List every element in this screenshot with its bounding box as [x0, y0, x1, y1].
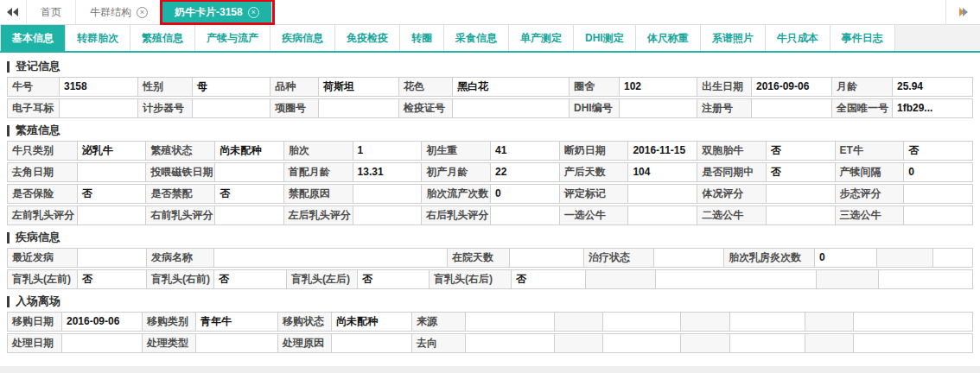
module-tab-1[interactable]: 基本信息	[0, 25, 66, 51]
field-label: 产后天数	[559, 163, 628, 181]
module-tab-bar: 基本信息转群胎次繁殖信息产犊与流产疾病信息免疫检疫转圈采食信息单产测定DHI测定…	[0, 25, 980, 53]
field-label	[680, 313, 729, 331]
section-title: 登记信息	[7, 60, 973, 73]
field-label: 左后乳头评分	[283, 206, 353, 224]
section-title-bar-icon	[7, 232, 10, 243]
field-label: 在院天数	[447, 249, 509, 267]
module-tab-9[interactable]: 单产测定	[509, 25, 574, 51]
field-value	[853, 313, 972, 331]
module-tab-6[interactable]: 免疫检疫	[335, 25, 400, 51]
field-label: 花色	[398, 78, 452, 96]
field-label: 电子耳标	[8, 99, 59, 117]
field-value	[729, 313, 805, 331]
module-tab-10[interactable]: DHI测定	[574, 25, 636, 51]
field-label: 右后乳头评分	[421, 206, 490, 224]
field-value	[452, 99, 569, 117]
window-tab-label: 奶牛卡片-3158	[175, 5, 243, 20]
field-label: 盲乳头(右后)	[429, 270, 511, 288]
window-tab-2[interactable]: 牛群结构×	[76, 0, 162, 24]
field-label: 品种	[270, 78, 318, 96]
field-value: 否	[77, 185, 146, 203]
module-tab-11[interactable]: 体尺称重	[636, 25, 701, 51]
page-background	[0, 366, 980, 373]
field-value: 1	[353, 142, 422, 160]
field-label: 移购类别	[142, 313, 195, 331]
module-tab-7[interactable]: 转圈	[400, 25, 444, 51]
field-label: 盲乳头(右前)	[146, 270, 213, 288]
table-row: 去角日期投喂磁铁日期首配月龄13.31初产月龄22产后天数104是否同期中否产犊…	[7, 162, 973, 182]
section-3: 疾病信息最近发病发病名称在院天数治疗状态胎次乳房炎次数0盲乳头(左前)否盲乳头(…	[7, 231, 973, 289]
field-value	[903, 206, 972, 224]
field-value	[627, 185, 697, 203]
field-label: 计步器号	[137, 99, 192, 117]
field-value: 青年牛	[195, 313, 277, 331]
table-row: 移购日期2016-09-06移购类别青年牛移购状态尚未配种来源	[7, 312, 973, 332]
table-row: 电子耳标计步器号项圈号检疫证号DHI编号注册号全国唯一号1fb29...	[7, 98, 973, 118]
field-label: 圈舍	[569, 78, 619, 96]
module-tab-8[interactable]: 采食信息	[444, 25, 509, 51]
section-title: 疾病信息	[7, 231, 973, 244]
double-left-arrow-icon	[7, 8, 12, 16]
field-value: 尚未配种	[331, 313, 411, 331]
scroll-tabs-left-button[interactable]	[0, 0, 26, 24]
field-label	[554, 313, 602, 331]
field-value	[655, 270, 816, 288]
window-tabs: 首页牛群结构×奶牛卡片-3158×	[26, 0, 272, 24]
field-value	[853, 334, 972, 352]
field-label	[876, 249, 932, 267]
field-value	[353, 185, 422, 203]
field-value: 否	[213, 270, 286, 288]
field-value	[490, 206, 559, 224]
field-label: 胎次流产次数	[421, 185, 490, 203]
field-label: 盲乳头(左前)	[8, 270, 77, 288]
window-tab-label: 牛群结构	[90, 5, 131, 20]
window-tab-1[interactable]: 首页	[26, 0, 76, 24]
module-tab-4[interactable]: 产犊与流产	[195, 25, 270, 51]
scroll-tabs-right-button[interactable]	[945, 0, 980, 24]
field-value	[903, 185, 972, 203]
section-1: 登记信息牛号3158性别母品种荷斯坦花色黑白花圈舍102出生日期2016-09-…	[7, 60, 973, 118]
field-label: 评定标记	[559, 185, 628, 203]
field-label: 左前乳头评分	[8, 206, 77, 224]
field-value: 2016-09-06	[751, 78, 831, 96]
module-tab-5[interactable]: 疾病信息	[270, 25, 335, 51]
section-title-text: 登记信息	[16, 59, 60, 74]
field-value: 22	[490, 163, 559, 181]
field-value	[61, 334, 142, 352]
field-label	[805, 334, 853, 352]
field-label	[554, 334, 602, 352]
close-icon[interactable]: ×	[248, 7, 259, 18]
field-value	[751, 99, 831, 117]
field-label: 胎次乳房炎次数	[723, 249, 814, 267]
module-tab-14[interactable]: 事件日志	[830, 25, 895, 51]
field-label: 去角日期	[8, 163, 77, 181]
field-value	[318, 99, 398, 117]
section-title-text: 入场离场	[16, 294, 60, 309]
module-tab-13[interactable]: 牛只成本	[766, 25, 830, 51]
field-label	[585, 270, 655, 288]
field-label: 产犊间隔	[835, 163, 904, 181]
field-value	[766, 206, 835, 224]
module-tab-12[interactable]: 系谱照片	[701, 25, 766, 51]
field-label: 项圈号	[270, 99, 318, 117]
field-label	[805, 313, 853, 331]
module-tab-2[interactable]: 转群胎次	[66, 25, 130, 51]
field-value: 母	[192, 78, 270, 96]
top-tab-bar: 首页牛群结构×奶牛卡片-3158×	[0, 0, 980, 25]
field-value: 1fb29...	[892, 99, 972, 117]
field-value: 否	[214, 185, 283, 203]
field-value	[331, 334, 411, 352]
field-value	[627, 206, 697, 224]
field-value: 尚未配种	[214, 142, 283, 160]
field-value	[192, 99, 270, 117]
field-label: 断奶日期	[559, 142, 628, 160]
section-2: 繁殖信息牛只类别泌乳牛繁殖状态尚未配种胎次1初生重41断奶日期2016-11-1…	[7, 123, 973, 225]
field-label: 注册号	[697, 99, 751, 117]
section-title-bar-icon	[7, 296, 10, 307]
field-value: 0	[903, 163, 972, 181]
window-tab-3[interactable]: 奶牛卡片-3158×	[162, 2, 272, 22]
close-icon[interactable]: ×	[137, 7, 148, 18]
table-row: 牛号3158性别母品种荷斯坦花色黑白花圈舍102出生日期2016-09-06月龄…	[7, 77, 973, 97]
field-value: 荷斯坦	[318, 78, 398, 96]
module-tab-3[interactable]: 繁殖信息	[130, 25, 195, 51]
